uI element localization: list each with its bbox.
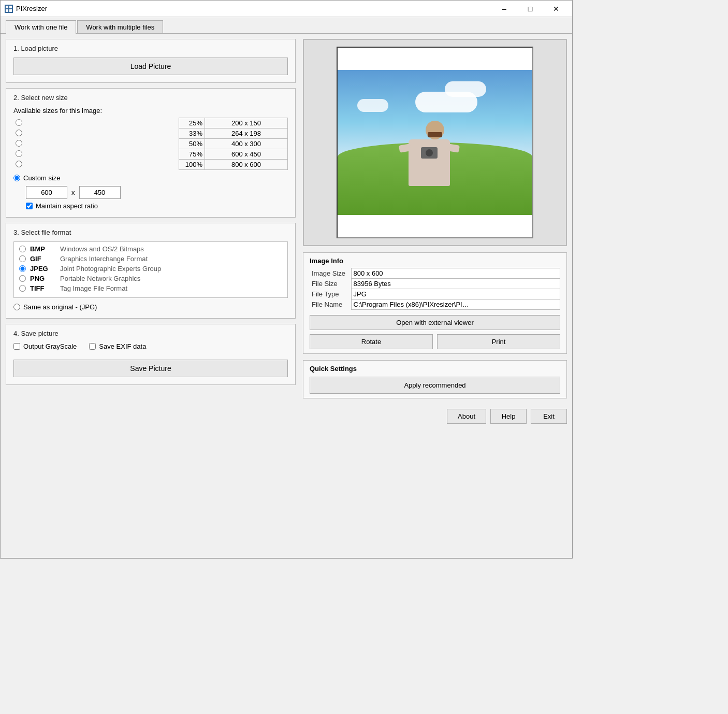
format-gif-desc: Graphics Interchange Format [60,255,148,263]
custom-width-input[interactable] [26,186,67,199]
format-png-row: PNG Portable Network Graphics [19,275,282,282]
format-tiff-name: TIFF [30,284,56,292]
format-tiff-row: TIFF Tag Image File Format [19,284,282,292]
main-window: PIXresizer – □ ✕ Work with one file Work… [0,0,573,559]
size-radio-33[interactable] [16,130,22,136]
custom-size-inputs: x [26,186,288,199]
exif-label[interactable]: Save EXIF data [89,342,146,350]
same-as-original-radio[interactable] [13,304,20,310]
save-picture-button[interactable]: Save Picture [13,360,288,377]
custom-size-radio[interactable] [13,175,20,181]
camera-lens [426,149,433,156]
preview-inner [337,47,533,238]
format-bmp-radio[interactable] [19,246,26,252]
tab-one-file[interactable]: Work with one file [6,20,76,34]
image-info-title: Image Info [310,257,560,265]
maximize-button[interactable]: □ [518,2,542,16]
format-png-radio[interactable] [19,275,26,282]
section1-title: 1. Load picture [13,45,288,52]
apply-recommended-button[interactable]: Apply recommended [310,377,560,394]
aspect-ratio-row: Maintain aspect ratio [26,202,288,210]
person-body [409,139,450,186]
minimize-button[interactable]: – [492,2,516,16]
section3-title: 3. Select file format [13,229,288,236]
hair [428,132,443,138]
about-button[interactable]: About [447,409,486,424]
quick-settings-section: Quick Settings Apply recommended [303,360,567,398]
image-info-section: Image Info Image Size 800 x 600 File Siz… [303,252,567,354]
load-picture-button[interactable]: Load Picture [13,58,288,75]
preview-area [303,39,567,246]
size-radio-25[interactable] [16,119,22,126]
format-jpeg-row: JPEG Joint Photographic Experts Group [19,265,282,273]
exif-text: Save EXIF data [99,342,146,350]
aspect-ratio-label: Maintain aspect ratio [36,202,98,210]
svg-rect-2 [9,6,12,8]
size-radio-100[interactable] [16,161,22,167]
size-radio-75[interactable] [16,150,22,157]
same-as-original-label: Same as original - (JPG) [23,303,97,311]
same-as-original-row: Same as original - (JPG) [13,303,288,311]
open-external-button[interactable]: Open with external viewer [310,315,560,330]
cloud2 [445,81,486,97]
tab-bar: Work with one file Work with multiple fi… [1,17,572,34]
format-png-name: PNG [30,275,56,282]
custom-size-row: Custom size [13,174,288,182]
print-button[interactable]: Print [437,334,560,349]
format-gif-row: GIF Graphics Interchange Format [19,255,282,263]
file-type-value: JPG [351,289,560,299]
title-bar: PIXresizer – □ ✕ [1,1,572,17]
file-type-label: File Type [310,289,351,299]
image-size-label: Image Size [310,268,351,279]
save-options-row: Output GrayScale Save EXIF data [13,342,288,350]
aspect-ratio-checkbox[interactable] [26,203,33,209]
title-bar-left: PIXresizer [5,5,47,13]
x-separator: x [71,189,75,196]
format-gif-name: GIF [30,255,56,263]
format-jpeg-radio[interactable] [19,265,26,272]
rotate-button[interactable]: Rotate [310,334,433,349]
left-arm [399,144,411,153]
window-controls: – □ ✕ [492,2,568,16]
exif-checkbox[interactable] [89,343,96,350]
exit-button[interactable]: Exit [531,409,567,424]
format-tiff-radio[interactable] [19,285,26,292]
format-bmp-row: BMP Windows and OS/2 Bitmaps [19,245,282,253]
camera-body [421,147,438,159]
quick-settings-title: Quick Settings [310,365,560,373]
section2-title: 2. Select new size [13,94,288,102]
size-table: 25% 200 x 150 33% 264 x 198 50% 400 x 30… [13,118,288,170]
format-tiff-desc: Tag Image File Format [60,284,127,292]
file-name-value: C:\Program Files (x86)\PIXresizer\PI… [351,299,560,310]
close-button[interactable]: ✕ [544,2,568,16]
table-row: File Size 83956 Bytes [310,279,560,289]
image-size-value: 800 x 600 [351,268,560,279]
main-content: 1. Load picture Load Picture 2. Select n… [1,34,572,558]
person-figure [420,121,450,186]
table-row: 25% 200 x 150 [13,118,288,128]
format-gif-radio[interactable] [19,255,26,262]
file-size-value: 83956 Bytes [351,279,560,289]
grayscale-text: Output GrayScale [23,342,77,350]
custom-height-input[interactable] [79,186,121,199]
help-button[interactable]: Help [490,409,527,424]
table-row: 50% 400 x 300 [13,139,288,149]
grayscale-checkbox[interactable] [13,343,20,350]
rotate-print-buttons: Rotate Print [310,334,560,349]
tab-multiple-files[interactable]: Work with multiple files [77,20,163,34]
bottom-buttons: About Help Exit [303,409,567,424]
table-row: 100% 800 x 600 [13,160,288,170]
size-radio-50[interactable] [16,140,22,147]
svg-rect-4 [9,9,12,12]
grayscale-label[interactable]: Output GrayScale [13,342,77,350]
format-jpeg-desc: Joint Photographic Experts Group [60,265,161,273]
table-row: File Type JPG [310,289,560,299]
file-name-label: File Name [310,299,351,310]
app-icon [5,5,13,13]
window-title: PIXresizer [16,5,47,12]
right-arm [447,144,460,153]
person-head [426,121,444,139]
format-png-desc: Portable Network Graphics [60,275,140,282]
table-row: 75% 600 x 450 [13,149,288,160]
section-save-picture: 4. Save picture Output GrayScale Save EX… [6,324,296,385]
